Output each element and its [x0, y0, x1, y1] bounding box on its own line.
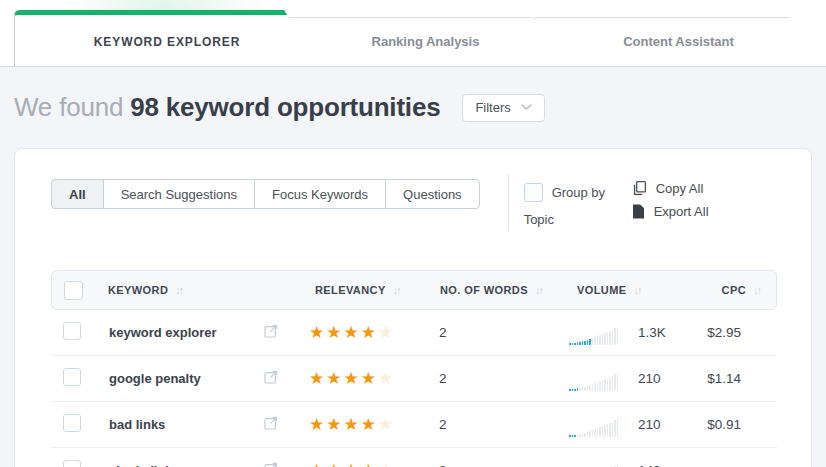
relevancy-stars: ★★★★★: [309, 416, 439, 433]
tab-label: Ranking Analysis: [284, 17, 567, 66]
star-filled-icon: ★: [309, 462, 324, 467]
volume-value: 1.3K: [638, 325, 672, 340]
star-filled-icon: ★: [361, 416, 376, 433]
filter-segments: All Search Suggestions Focus Keywords Qu…: [51, 179, 480, 209]
vertical-divider: [508, 174, 509, 231]
star-filled-icon: ★: [361, 462, 376, 467]
keyword-cell: google penalty: [107, 371, 261, 386]
star-filled-icon: ★: [326, 370, 341, 387]
column-header-keyword[interactable]: KEYWORD ↓↑: [108, 284, 262, 296]
controls-row: All Search Suggestions Focus Keywords Qu…: [51, 179, 777, 233]
segment-all[interactable]: All: [51, 179, 104, 209]
words-cell: 2: [439, 417, 551, 432]
export-all-button[interactable]: Export All: [632, 204, 709, 219]
volume-sparkline: [569, 373, 618, 391]
relevancy-stars: ★★★★★: [309, 324, 439, 341]
row-checkbox[interactable]: [63, 368, 81, 386]
group-by-topic: Group by Topic: [524, 179, 608, 233]
page-title: We found 98 keyword opportunities: [14, 93, 440, 122]
segment-search-suggestions[interactable]: Search Suggestions: [103, 179, 255, 209]
tab-keyword-explorer[interactable]: KEYWORD EXPLORER: [14, 10, 320, 66]
column-header-cpc[interactable]: CPC ↓↑: [702, 284, 780, 296]
volume-sparkline: [569, 419, 618, 437]
results-card: All Search Suggestions Focus Keywords Qu…: [14, 148, 812, 467]
star-filled-icon: ★: [344, 324, 359, 341]
export-file-icon: [632, 204, 645, 219]
copy-all-label: Copy All: [656, 181, 704, 196]
star-filled-icon: ★: [326, 416, 341, 433]
volume-value: 140: [638, 463, 672, 467]
row-checkbox[interactable]: [63, 460, 81, 467]
words-cell: 2: [439, 463, 551, 467]
copy-all-button[interactable]: Copy All: [632, 180, 709, 196]
star-filled-icon: ★: [309, 324, 324, 341]
table-row: keyword explorer ★★★★★ 2 1.3K $2.95: [51, 310, 777, 356]
filters-button-label: Filters: [475, 100, 510, 115]
bulk-actions: Copy All Export All: [632, 179, 709, 219]
table-row: single link ★★★★★ 2 140 –: [51, 448, 777, 467]
star-filled-icon: ★: [344, 462, 359, 467]
relevancy-stars: ★★★★★: [309, 370, 439, 387]
star-filled-icon: ★: [361, 370, 376, 387]
tab-ranking-analysis[interactable]: Ranking Analysis: [284, 17, 567, 66]
star-empty-icon: ★: [378, 416, 393, 433]
words-cell: 2: [439, 325, 551, 340]
star-filled-icon: ★: [344, 416, 359, 433]
group-by-topic-checkbox[interactable]: [524, 183, 543, 202]
tab-bar: KEYWORD EXPLORER Ranking Analysis Conten…: [0, 0, 826, 67]
tab-label: Content Assistant: [531, 17, 826, 66]
cpc-cell: $2.95: [701, 325, 779, 340]
volume-value: 210: [638, 417, 672, 432]
page-title-prefix: We found: [14, 92, 130, 122]
cpc-cell: –: [701, 463, 779, 467]
sort-arrows-icon[interactable]: ↓↑: [175, 284, 182, 296]
column-header-words[interactable]: NO. OF WORDS ↓↑: [440, 284, 552, 296]
table-row: google penalty ★★★★★ 2 210 $1.14: [51, 356, 777, 402]
star-filled-icon: ★: [309, 370, 324, 387]
tab-label: KEYWORD EXPLORER: [14, 10, 320, 70]
heading-row: We found 98 keyword opportunities Filter…: [0, 67, 826, 148]
star-filled-icon: ★: [326, 462, 341, 467]
external-link-icon[interactable]: [263, 369, 279, 385]
cpc-cell: $0.91: [701, 417, 779, 432]
external-link-icon[interactable]: [263, 415, 279, 431]
row-checkbox[interactable]: [63, 322, 81, 340]
star-filled-icon: ★: [361, 324, 376, 341]
table-body: keyword explorer ★★★★★ 2 1.3K $2.95 goog…: [51, 310, 777, 467]
keywords-table: KEYWORD ↓↑ RELEVANCY ↓↑ NO. OF WORDS ↓↑ …: [51, 270, 777, 467]
page-title-count: 98 keyword opportunities: [130, 92, 440, 122]
copy-icon: [632, 180, 647, 196]
relevancy-stars: ★★★★★: [309, 462, 439, 467]
sort-arrows-icon[interactable]: ↓↑: [753, 284, 760, 296]
select-all-checkbox[interactable]: [64, 281, 83, 300]
volume-sparkline: [569, 327, 618, 345]
words-cell: 2: [439, 371, 551, 386]
sort-arrows-icon[interactable]: ↓↑: [393, 284, 400, 296]
segment-questions[interactable]: Questions: [385, 179, 480, 209]
volume-cell: 140: [551, 459, 701, 467]
column-header-relevancy[interactable]: RELEVANCY ↓↑: [310, 284, 440, 296]
filters-button[interactable]: Filters: [462, 94, 544, 122]
keyword-cell: bad links: [107, 417, 261, 432]
external-link-icon[interactable]: [263, 323, 279, 339]
star-empty-icon: ★: [378, 462, 393, 467]
tab-content-assistant[interactable]: Content Assistant: [531, 17, 826, 66]
chevron-down-icon: [521, 104, 532, 111]
row-checkbox[interactable]: [63, 414, 81, 432]
star-filled-icon: ★: [344, 370, 359, 387]
keyword-cell: keyword explorer: [107, 325, 261, 340]
export-all-label: Export All: [654, 204, 709, 219]
sort-arrows-icon[interactable]: ↓↑: [535, 284, 542, 296]
keyword-cell: single link: [107, 463, 261, 467]
table-header: KEYWORD ↓↑ RELEVANCY ↓↑ NO. OF WORDS ↓↑ …: [51, 270, 777, 310]
column-header-volume[interactable]: VOLUME ↓↑: [552, 284, 702, 296]
star-filled-icon: ★: [326, 324, 341, 341]
external-link-icon[interactable]: [263, 461, 279, 467]
sort-arrows-icon[interactable]: ↓↑: [633, 284, 640, 296]
volume-cell: 1.3K: [551, 321, 701, 345]
star-empty-icon: ★: [378, 370, 393, 387]
cpc-cell: $1.14: [701, 371, 779, 386]
segment-focus-keywords[interactable]: Focus Keywords: [254, 179, 386, 209]
volume-value: 210: [638, 371, 672, 386]
table-row: bad links ★★★★★ 2 210 $0.91: [51, 402, 777, 448]
